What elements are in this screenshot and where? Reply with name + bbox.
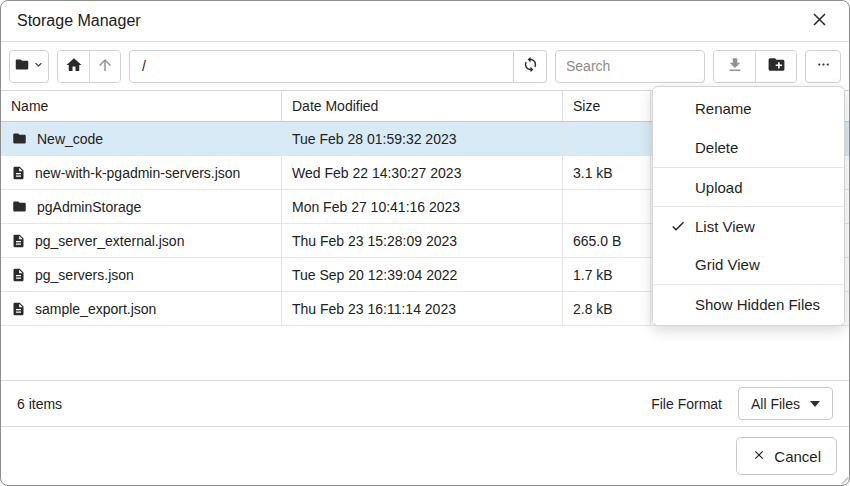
file-name: New_code xyxy=(37,131,103,147)
file-name: pg_server_external.json xyxy=(35,233,184,249)
nav-button-group xyxy=(57,50,121,83)
folder-icon xyxy=(11,131,28,146)
more-options-icon xyxy=(815,56,832,76)
file-date: Tue Feb 28 01:59:32 2023 xyxy=(282,122,563,155)
file-size: 2.8 kB xyxy=(563,292,651,325)
menu-item-list-view[interactable]: List View xyxy=(653,206,844,245)
file-date: Mon Feb 27 10:41:16 2023 xyxy=(282,190,563,223)
new-folder-icon xyxy=(767,55,786,77)
file-format-select[interactable]: All Files xyxy=(738,387,833,420)
file-name: sample_export.json xyxy=(35,301,156,317)
file-date: Tue Sep 20 12:39:04 2022 xyxy=(282,258,563,291)
download-icon xyxy=(726,56,744,77)
file-format-label: File Format xyxy=(651,396,722,412)
refresh-icon xyxy=(522,56,539,76)
file-icon xyxy=(11,267,26,283)
caret-down-icon xyxy=(810,401,820,407)
menu-item-upload[interactable]: Upload xyxy=(653,167,844,206)
file-name: pg_servers.json xyxy=(35,267,134,283)
file-icon xyxy=(11,301,26,317)
search-input[interactable] xyxy=(555,50,705,83)
menu-item-rename[interactable]: Rename xyxy=(653,89,844,128)
file-date: Wed Feb 22 14:30:27 2023 xyxy=(282,156,563,189)
file-name: pgAdminStorage xyxy=(37,199,141,215)
menu-item-show-hidden-files[interactable]: Show Hidden Files xyxy=(653,284,844,323)
check-icon xyxy=(670,218,686,237)
file-size: 665.0 B xyxy=(563,224,651,257)
file-date: Thu Feb 23 15:28:09 2023 xyxy=(282,224,563,257)
folder-icon xyxy=(13,57,31,75)
titlebar: Storage Manager xyxy=(1,1,849,42)
menu-item-delete[interactable]: Delete xyxy=(653,128,844,167)
file-icon xyxy=(11,233,26,249)
close-icon xyxy=(811,11,828,31)
items-count: 6 items xyxy=(17,396,62,412)
folder-icon xyxy=(11,199,28,214)
close-button[interactable] xyxy=(805,7,833,35)
more-options-button[interactable] xyxy=(805,50,841,83)
up-arrow-icon xyxy=(96,56,114,77)
up-directory-button[interactable] xyxy=(89,51,120,82)
cancel-label: Cancel xyxy=(774,448,821,465)
file-size: 1.7 kB xyxy=(563,258,651,291)
new-folder-button[interactable] xyxy=(755,51,796,82)
status-bar: 6 items File Format All Files xyxy=(1,380,849,426)
home-icon xyxy=(65,56,83,77)
menu-item-grid-view[interactable]: Grid View xyxy=(653,245,844,284)
storage-select-button[interactable] xyxy=(9,50,49,83)
storage-manager-dialog: Storage Manager xyxy=(0,0,850,486)
toolbar xyxy=(1,42,849,91)
home-button[interactable] xyxy=(58,51,89,82)
file-icon xyxy=(11,165,26,181)
file-format-value: All Files xyxy=(751,396,800,412)
path-input[interactable] xyxy=(129,50,514,83)
chevron-down-icon xyxy=(32,58,45,74)
cancel-x-icon xyxy=(752,448,766,465)
file-date: Thu Feb 23 16:11:14 2023 xyxy=(282,292,563,325)
file-size xyxy=(563,190,651,223)
file-size: 3.1 kB xyxy=(563,156,651,189)
refresh-button[interactable] xyxy=(514,50,547,83)
options-menu: Rename Delete Upload List View Grid View… xyxy=(652,86,845,326)
cancel-button[interactable]: Cancel xyxy=(736,437,837,475)
column-header-date-modified[interactable]: Date Modified xyxy=(282,91,563,121)
file-name: new-with-k-pgadmin-servers.json xyxy=(35,165,240,181)
file-action-group xyxy=(713,50,797,83)
action-bar: Cancel xyxy=(1,426,849,485)
table-empty-area xyxy=(1,326,849,380)
file-size xyxy=(563,122,651,155)
column-header-size[interactable]: Size xyxy=(563,91,651,121)
dialog-title: Storage Manager xyxy=(17,12,141,30)
column-header-name[interactable]: Name xyxy=(1,91,282,121)
download-button[interactable] xyxy=(714,51,755,82)
path-group xyxy=(129,50,547,83)
